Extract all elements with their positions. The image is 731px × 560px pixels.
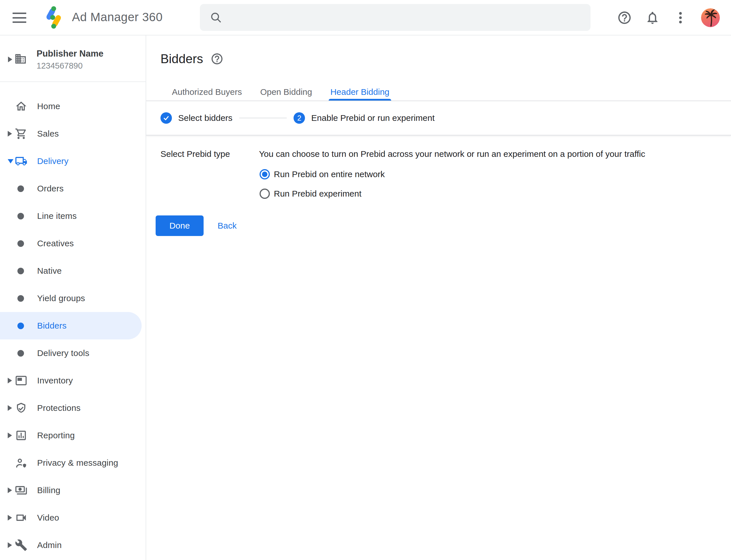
done-button[interactable]: Done <box>156 215 204 236</box>
shield-check-icon <box>15 402 27 414</box>
sidebar-item-reporting[interactable]: Reporting <box>0 422 146 449</box>
section-label: Select Prebid type <box>161 148 259 201</box>
inventory-icon <box>15 374 27 387</box>
bullet-icon <box>17 350 24 357</box>
product-name: Ad Manager 360 <box>72 10 163 24</box>
expand-caret-icon <box>8 433 12 438</box>
sidebar-item-delivery[interactable]: Delivery <box>0 147 146 175</box>
help-icon[interactable] <box>617 10 632 25</box>
page-help-icon[interactable] <box>211 52 224 65</box>
step-select-bidders[interactable]: Select bidders <box>161 112 233 124</box>
stepper: Select bidders 2 Enable Prebid or run ex… <box>146 101 731 135</box>
expand-caret-icon <box>8 57 12 62</box>
tab-bar: Authorized Buyers Open Bidding Header Bi… <box>146 86 731 101</box>
sidebar-item-billing[interactable]: Billing <box>0 477 146 504</box>
sidebar-item-line-items[interactable]: Line items <box>0 202 146 230</box>
sidebar-item-orders[interactable]: Orders <box>0 175 146 202</box>
expand-caret-icon <box>8 515 12 521</box>
sidebar-item-sales[interactable]: Sales <box>0 120 146 147</box>
action-bar: Done Back <box>146 215 731 236</box>
bar-chart-icon <box>15 429 27 442</box>
step-connector <box>239 118 287 118</box>
sidebar-item-bidders[interactable]: Bidders <box>0 312 142 339</box>
kebab-menu-icon[interactable] <box>673 10 688 25</box>
back-button[interactable]: Back <box>218 221 237 231</box>
tab-authorized-buyers[interactable]: Authorized Buyers <box>172 86 242 101</box>
radio-unselected-icon <box>259 188 271 199</box>
bullet-icon <box>17 185 24 192</box>
menu-icon[interactable] <box>13 13 26 23</box>
search-input[interactable] <box>230 13 572 22</box>
sidebar-item-delivery-tools[interactable]: Delivery tools <box>0 339 146 367</box>
main-content: Bidders Authorized Buyers Open Bidding H… <box>146 35 731 560</box>
collapse-caret-icon <box>8 159 13 163</box>
sidebar-item-native[interactable]: Native <box>0 257 146 285</box>
sidebar-item-home[interactable]: Home <box>0 93 146 120</box>
bullet-icon <box>17 213 24 219</box>
bullet-icon <box>17 240 24 247</box>
prebid-type-section: Select Prebid type You can choose to tur… <box>146 135 731 201</box>
tab-open-bidding[interactable]: Open Bidding <box>260 86 312 101</box>
account-avatar[interactable] <box>701 8 720 27</box>
expand-caret-icon <box>8 542 12 548</box>
radio-selected-icon <box>259 169 271 180</box>
radio-run-prebid-experiment[interactable]: Run Prebid experiment <box>259 187 645 201</box>
step-enable-prebid[interactable]: 2 Enable Prebid or run experiment <box>294 112 434 124</box>
sidebar-item-privacy-messaging[interactable]: Privacy & messaging <box>0 449 146 477</box>
bullet-icon <box>17 295 24 302</box>
bullet-icon <box>17 268 24 274</box>
top-app-bar: Ad Manager 360 <box>0 0 731 35</box>
expand-caret-icon <box>8 378 12 383</box>
notifications-bell-icon[interactable] <box>645 10 660 25</box>
search-bar[interactable] <box>200 4 590 31</box>
expand-caret-icon <box>8 131 12 137</box>
publisher-building-icon <box>14 53 27 66</box>
sidebar-item-creatives[interactable]: Creatives <box>0 230 146 257</box>
step-completed-check-icon <box>161 112 172 124</box>
sidebar-nav: Home Sales Delivery Orders Line items <box>0 82 146 559</box>
bullet-icon <box>17 323 24 329</box>
sidebar-item-protections[interactable]: Protections <box>0 394 146 422</box>
sidebar-item-admin[interactable]: Admin <box>0 531 146 559</box>
publisher-name: Publisher Name <box>37 49 103 59</box>
person-shield-icon <box>15 457 27 469</box>
sidebar-item-inventory[interactable]: Inventory <box>0 367 146 394</box>
search-icon <box>210 11 222 24</box>
expand-caret-icon <box>8 405 12 411</box>
section-description: You can choose to turn on Prebid across … <box>259 148 645 160</box>
sidebar: Publisher Name 1234567890 Home Sales Del… <box>0 35 146 560</box>
page-title: Bidders <box>161 51 203 66</box>
sidebar-item-yield-groups[interactable]: Yield groups <box>0 285 146 312</box>
cart-icon <box>15 127 27 140</box>
publisher-switcher[interactable]: Publisher Name 1234567890 <box>0 35 146 82</box>
publisher-id: 1234567890 <box>37 61 83 71</box>
sidebar-item-video[interactable]: Video <box>0 504 146 531</box>
home-icon <box>15 100 27 113</box>
delivery-truck-icon <box>15 155 27 167</box>
video-camera-icon <box>15 511 27 524</box>
expand-caret-icon <box>8 487 12 493</box>
wrench-icon <box>15 539 27 551</box>
ad-manager-logo-icon <box>43 6 65 30</box>
tab-header-bidding[interactable]: Header Bidding <box>331 86 389 101</box>
radio-run-prebid-entire-network[interactable]: Run Prebid on entire network <box>259 167 645 181</box>
banknote-icon <box>15 484 27 497</box>
step-number-badge: 2 <box>294 112 305 124</box>
